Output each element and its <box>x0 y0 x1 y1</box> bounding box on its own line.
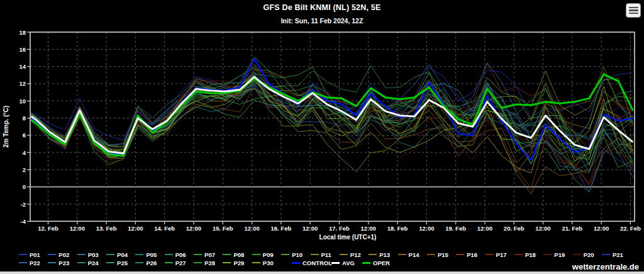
x-tick-label: 12:00 <box>594 225 609 232</box>
y-axis-title: 2m Temp. (°C) <box>3 106 9 148</box>
legend-swatch <box>223 254 231 255</box>
legend-label: P20 <box>584 251 594 258</box>
y-tick-label: 18 <box>19 29 26 36</box>
y-tick-label: 0 <box>23 183 26 190</box>
legend-swatch <box>362 262 370 264</box>
x-tick-label: 12:00 <box>477 225 492 232</box>
legend-item-p18: P18 <box>514 251 536 258</box>
legend-label: P27 <box>175 260 186 266</box>
legend-swatch <box>106 254 114 255</box>
legend-label: P03 <box>88 251 99 258</box>
x-tick-label: 12:00 <box>244 225 259 232</box>
legend-label: P05 <box>146 251 157 258</box>
legend-swatch <box>514 254 523 255</box>
x-tick-label: 20. Feb <box>504 225 525 232</box>
x-tick-label: 18. Feb <box>387 225 408 232</box>
legend-item-p21: P21 <box>602 251 623 258</box>
legend-item-p30: P30 <box>252 260 274 266</box>
legend-item-p12: P12 <box>340 251 361 258</box>
x-tick-label: 12:00 <box>535 225 550 232</box>
y-tick-label: 10 <box>19 98 26 105</box>
legend-item-p09: P09 <box>252 251 274 258</box>
gridlines <box>30 32 635 221</box>
watermark: wetterzentrale.de <box>572 262 639 271</box>
legend-swatch <box>19 262 27 263</box>
temperature-ensemble-chart: 12. Feb12:0013. Feb12:0014. Feb12:0015. … <box>0 0 644 274</box>
legend-item-p07: P07 <box>194 251 215 258</box>
legend-item-p01: P01 <box>19 251 40 258</box>
legend-swatch <box>331 262 340 264</box>
legend-swatch <box>292 262 300 264</box>
legend-swatch <box>398 254 406 255</box>
x-tick-label: 12:00 <box>361 225 376 232</box>
menu-button[interactable] <box>626 3 641 18</box>
y-tick-label: -2 <box>21 201 26 208</box>
legend-label: AVG <box>342 260 355 266</box>
legend-swatch <box>48 262 56 263</box>
legend-label: P12 <box>350 251 361 258</box>
legend-label: OPER <box>373 260 390 266</box>
legend-item-p29: P29 <box>223 260 244 266</box>
y-tick-label: 6 <box>23 132 26 139</box>
y-tick-label: 2 <box>23 166 26 173</box>
legend-item-p08: P08 <box>223 251 244 258</box>
legend-label: P15 <box>438 251 448 258</box>
y-tick-label: 16 <box>19 46 26 53</box>
legend-swatch <box>456 254 464 255</box>
legend-item-p19: P19 <box>543 251 565 258</box>
legend-swatch <box>369 254 377 255</box>
x-tick-label: 22. Feb <box>620 225 641 232</box>
legend-label: P25 <box>117 260 128 266</box>
legend-label: P04 <box>117 251 128 258</box>
legend-label: CONTROL <box>303 260 332 266</box>
legend-label: P08 <box>233 251 244 258</box>
legend-label: P29 <box>233 260 244 266</box>
x-axis-title: Local time (UTC+1) <box>319 234 377 241</box>
legend-item-p02: P02 <box>48 251 69 258</box>
legend-item-p23: P23 <box>48 260 69 266</box>
legend-item-p03: P03 <box>77 251 99 258</box>
legend-swatch <box>135 254 143 255</box>
legend-label: P02 <box>58 251 69 258</box>
x-tick-label: 12:00 <box>128 225 143 232</box>
legend-item-p17: P17 <box>486 251 507 258</box>
legend-swatch <box>252 254 260 255</box>
legend-label: P10 <box>292 251 303 258</box>
y-tick-label: -4 <box>21 218 26 225</box>
legend-swatch <box>48 254 56 255</box>
legend-label: P11 <box>321 251 331 258</box>
plot-border <box>30 32 635 221</box>
legend-label: P01 <box>30 251 40 258</box>
axes: 12. Feb12:0013. Feb12:0014. Feb12:0015. … <box>3 29 641 241</box>
series-lines <box>31 57 633 194</box>
legend-item-p13: P13 <box>369 251 390 258</box>
legend-label: P17 <box>496 251 507 258</box>
legend-item-control: CONTROL <box>292 260 332 266</box>
legend-swatch <box>223 262 231 263</box>
legend-label: P24 <box>88 260 99 266</box>
legend-swatch <box>165 262 173 263</box>
legend-item-p20: P20 <box>573 251 594 258</box>
legend-label: P26 <box>146 260 157 266</box>
x-tick-label: 12:00 <box>303 225 318 232</box>
legend-swatch <box>602 254 610 255</box>
x-tick-label: 19. Feb <box>445 225 466 232</box>
legend-item-oper: OPER <box>362 260 390 266</box>
x-tick-label: 14. Feb <box>154 225 175 232</box>
x-tick-label: 21. Feb <box>562 225 582 232</box>
legend-swatch <box>486 254 494 255</box>
legend-swatch <box>252 262 260 263</box>
legend-swatch <box>573 254 581 255</box>
y-tick-label: 12 <box>19 80 26 87</box>
legend-swatch <box>281 254 289 255</box>
legend-swatch <box>427 254 435 255</box>
legend-item-p16: P16 <box>456 251 477 258</box>
legend-item-p24: P24 <box>77 260 99 266</box>
legend-label: P06 <box>175 251 186 258</box>
x-tick-label: 15. Feb <box>213 225 233 232</box>
legend-swatch <box>543 254 552 255</box>
legend-item-p11: P11 <box>311 251 331 258</box>
legend-label: P28 <box>204 260 215 266</box>
x-tick-label: 16. Feb <box>270 225 291 232</box>
legend-swatch <box>77 262 86 263</box>
